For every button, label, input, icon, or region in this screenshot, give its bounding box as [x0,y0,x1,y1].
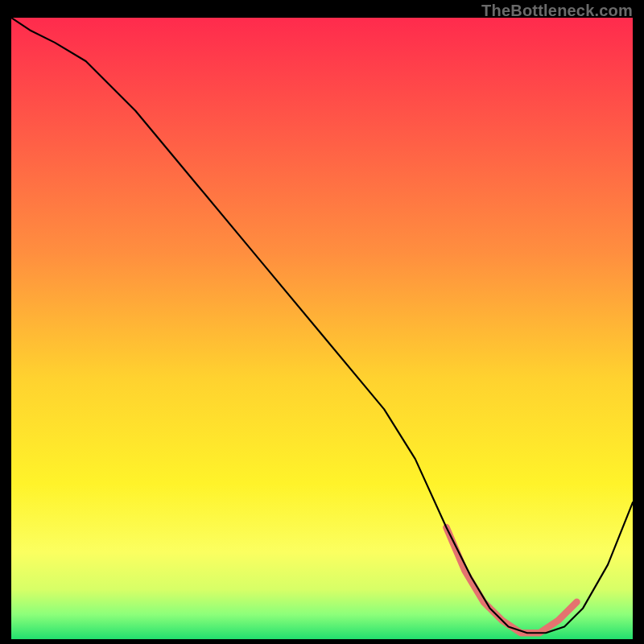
bottleneck-curve-line [11,18,633,633]
optimal-band-highlight [446,527,576,633]
chart-curves [11,18,633,639]
chart-plot-area [11,18,633,639]
